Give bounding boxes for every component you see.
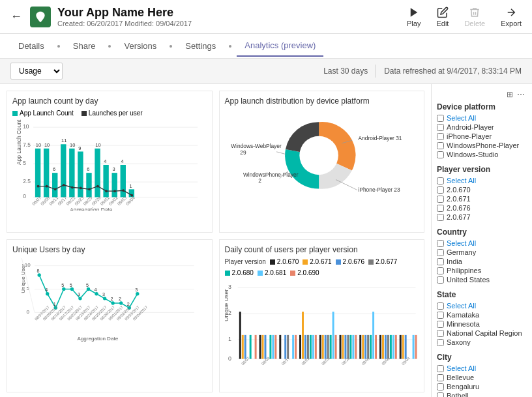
player-select-all[interactable]: Select All	[437, 177, 527, 184]
country-select-all[interactable]: Select All	[437, 239, 527, 247]
svg-text:6: 6	[53, 166, 55, 172]
device-select-all-label: Select All	[447, 114, 476, 122]
device-windows-studio[interactable]: Windows-Studio	[437, 151, 527, 158]
country-germany[interactable]: Germany	[437, 248, 527, 256]
city-bengaluru-checkbox[interactable]	[437, 383, 444, 390]
svg-rect-136	[261, 335, 263, 359]
tab-settings[interactable]: Settings	[177, 36, 224, 56]
svg-rect-164	[342, 335, 344, 359]
device-iphone-checkbox[interactable]	[437, 133, 444, 140]
state-ncr-checkbox[interactable]	[437, 330, 444, 337]
launch-count-panel: App launch count by day App Launch Count…	[7, 91, 213, 233]
device-platform-section: Device platform Select All Android-Playe…	[437, 102, 527, 158]
svg-rect-150	[302, 312, 304, 359]
state-saxony-checkbox[interactable]	[437, 339, 444, 346]
city-bellevue[interactable]: Bellevue	[437, 374, 527, 381]
device-windowsphone[interactable]: WindowsPhone-Player	[437, 141, 527, 149]
legend-label-2671: 2.0.671	[310, 258, 331, 265]
svg-rect-11	[35, 149, 40, 198]
tab-details[interactable]: Details	[10, 36, 52, 56]
svg-rect-14	[61, 144, 66, 197]
svg-rect-151	[304, 335, 306, 359]
edit-icon	[437, 7, 449, 18]
city-select-all[interactable]: Select All	[437, 364, 527, 372]
tab-share[interactable]: Share	[65, 36, 104, 56]
player-2671-label: 2.0.671	[447, 195, 471, 203]
launch-distribution-panel: App launch distribution by device platfo…	[219, 91, 425, 233]
unique-users-title: Unique Users by day	[12, 245, 207, 254]
city-bothell[interactable]: Bothell	[437, 392, 527, 397]
country-philippines[interactable]: Philippines	[437, 267, 527, 274]
svg-point-39	[71, 186, 74, 189]
country-select-all-label: Select All	[447, 239, 476, 247]
country-india[interactable]: India	[437, 257, 527, 265]
svg-rect-182	[392, 335, 394, 359]
player-2677[interactable]: 2.0.677	[437, 213, 527, 221]
play-action[interactable]: Play	[407, 7, 421, 27]
svg-rect-19	[103, 165, 108, 197]
more-icon[interactable]: ⋯	[515, 89, 527, 100]
svg-point-38	[63, 184, 65, 186]
svg-rect-160	[329, 335, 331, 359]
player-2671-checkbox[interactable]	[437, 196, 444, 203]
edit-action[interactable]: Edit	[436, 7, 449, 27]
tab-analytics[interactable]: Analytics (preview)	[237, 35, 323, 57]
device-select-all-checkbox[interactable]	[437, 115, 444, 122]
svg-rect-185	[402, 335, 404, 359]
filter-sidebar: ⊞ ⋯ Device platform Select All Android-P…	[431, 84, 532, 397]
country-philippines-checkbox[interactable]	[437, 267, 444, 274]
back-button[interactable]: ←	[10, 10, 22, 23]
svg-rect-179	[384, 335, 386, 359]
state-saxony[interactable]: Saxony	[437, 338, 527, 346]
export-action[interactable]: Export	[501, 7, 522, 27]
device-iphone-label: iPhone-Player	[447, 132, 492, 140]
donut-svg: Android-Player 31 iPhone-Player 23 Windo…	[225, 107, 419, 204]
svg-text:29: 29	[240, 149, 246, 155]
legend-2690: 2.0.690	[290, 269, 319, 276]
nav-dot-1	[57, 45, 60, 48]
player-2670-checkbox[interactable]	[437, 186, 444, 194]
city-bengaluru[interactable]: Bengaluru	[437, 383, 527, 390]
device-iphone[interactable]: iPhone-Player	[437, 132, 527, 140]
player-2676[interactable]: 2.0.676	[437, 204, 527, 212]
svg-rect-152	[306, 335, 308, 359]
unique-users-svg: 10 5 0	[12, 258, 207, 343]
delete-action[interactable]: Delete	[464, 7, 485, 27]
svg-rect-128	[239, 312, 241, 359]
device-windowsphone-label: WindowsPhone-Player	[447, 141, 519, 149]
svg-rect-181	[389, 335, 391, 359]
city-bellevue-checkbox[interactable]	[437, 374, 444, 381]
city-select-all-checkbox[interactable]	[437, 365, 444, 372]
state-minnesota[interactable]: Minnesota	[437, 320, 527, 328]
device-windowsphone-checkbox[interactable]	[437, 142, 444, 149]
state-karnataka[interactable]: Karnataka	[437, 311, 527, 319]
device-android-checkbox[interactable]	[437, 124, 444, 131]
svg-rect-173	[367, 335, 369, 359]
state-ncr[interactable]: National Capital Region	[437, 329, 527, 337]
country-india-checkbox[interactable]	[437, 258, 444, 265]
usage-select[interactable]: Usage	[10, 63, 63, 80]
country-germany-checkbox[interactable]	[437, 249, 444, 256]
city-bothell-checkbox[interactable]	[437, 392, 444, 398]
state-select-all-checkbox[interactable]	[437, 302, 444, 310]
svg-rect-157	[321, 335, 323, 359]
player-2677-checkbox[interactable]	[437, 214, 444, 221]
svg-rect-21	[121, 165, 126, 197]
svg-text:2: 2	[258, 177, 261, 184]
state-minnesota-checkbox[interactable]	[437, 321, 444, 328]
player-2671[interactable]: 2.0.671	[437, 195, 527, 203]
state-select-all[interactable]: Select All	[437, 302, 527, 310]
country-select-all-checkbox[interactable]	[437, 240, 444, 247]
player-select-all-checkbox[interactable]	[437, 177, 444, 184]
device-select-all[interactable]: Select All	[437, 114, 527, 122]
device-android[interactable]: Android-Player	[437, 123, 527, 131]
device-windows-studio-checkbox[interactable]	[437, 151, 444, 158]
state-karnataka-checkbox[interactable]	[437, 312, 444, 319]
player-2670[interactable]: 2.0.670	[437, 186, 527, 194]
player-2676-checkbox[interactable]	[437, 205, 444, 212]
tab-versions[interactable]: Versions	[116, 36, 164, 56]
expand-icon[interactable]: ⊞	[505, 89, 515, 100]
country-us-checkbox[interactable]	[437, 276, 444, 284]
country-us[interactable]: United States	[437, 276, 527, 284]
country-philippines-label: Philippines	[447, 267, 481, 274]
